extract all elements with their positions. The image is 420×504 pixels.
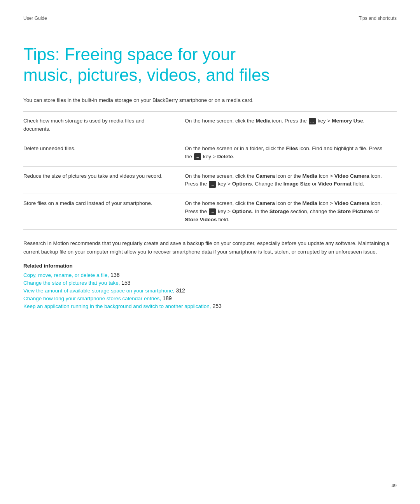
table-instruction-cell: On the home screen, click the Camera ico… (180, 194, 397, 230)
table-row: Delete unneeded files.On the home screen… (23, 139, 397, 166)
table-action-cell: Check how much storage is used by media … (23, 111, 180, 139)
related-link[interactable]: Change the size of pictures that you tak… (23, 280, 120, 286)
related-link[interactable]: Change how long your smartphone stores c… (23, 296, 161, 301)
related-link[interactable]: Copy, move, rename, or delete a file, (23, 272, 109, 278)
related-links: Copy, move, rename, or delete a file, 13… (23, 272, 397, 309)
related-link[interactable]: View the amount of available storage spa… (23, 288, 175, 294)
table-instruction-cell: On the home screen or in a folder, click… (180, 139, 397, 166)
table-row: Check how much storage is used by media … (23, 111, 397, 139)
main-content: Tips: Freeing space for your music, pict… (0, 21, 420, 334)
list-item: Copy, move, rename, or delete a file, 13… (23, 272, 397, 278)
header-left: User Guide (23, 16, 47, 21)
related-link[interactable]: Keep an application running in the backg… (23, 303, 211, 309)
page-number: 49 (392, 483, 397, 488)
list-item: Keep an application running in the backg… (23, 303, 397, 309)
table-instruction-cell: On the home screen, click the Camera ico… (180, 166, 397, 194)
page-title: Tips: Freeing space for your music, pict… (23, 44, 288, 86)
list-item: Change the size of pictures that you tak… (23, 280, 397, 286)
table-row: Store files on a media card instead of y… (23, 194, 397, 230)
list-item: Change how long your smartphone stores c… (23, 295, 397, 301)
table-action-cell: Delete unneeded files. (23, 139, 180, 166)
table-action-cell: Store files on a media card instead of y… (23, 194, 180, 230)
backup-text: Research In Motion recommends that you r… (23, 239, 397, 256)
list-item: View the amount of available storage spa… (23, 287, 397, 294)
intro-text: You can store files in the built-in medi… (23, 96, 397, 104)
table-instruction-cell: On the home screen, click the Media icon… (180, 111, 397, 139)
page-header: User Guide Tips and shortcuts (0, 0, 420, 21)
table-action-cell: Reduce the size of pictures you take and… (23, 166, 180, 194)
header-right: Tips and shortcuts (359, 16, 397, 21)
table-row: Reduce the size of pictures you take and… (23, 166, 397, 194)
tips-table: Check how much storage is used by media … (23, 111, 397, 230)
related-info-title: Related information (23, 263, 397, 269)
